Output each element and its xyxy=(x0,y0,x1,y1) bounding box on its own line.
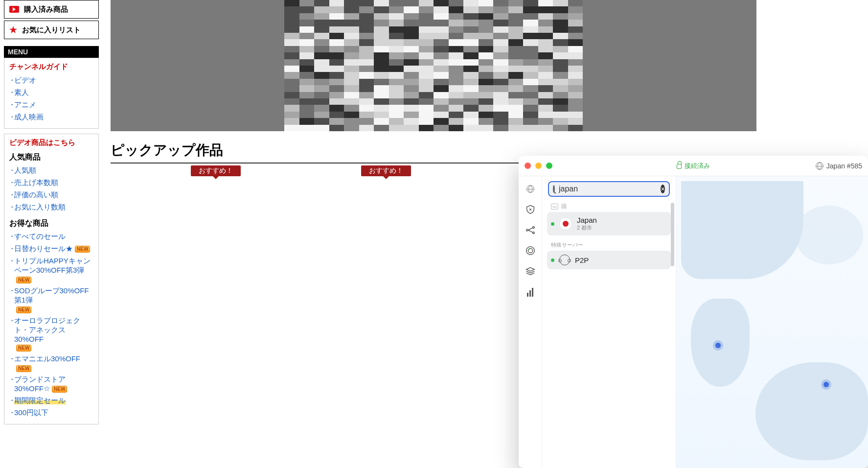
nav-rail xyxy=(519,176,542,468)
server-row-p2p[interactable]: P2P xyxy=(547,251,671,269)
section-country-label: ▭国 xyxy=(542,200,676,212)
svg-point-5 xyxy=(528,249,529,250)
favorites-label: お気に入りリスト xyxy=(22,25,81,35)
deal-link[interactable]: エマニエル30%OFFNEW xyxy=(9,353,93,374)
deals-header: お得な商品 xyxy=(9,218,93,229)
globe-icon xyxy=(526,185,534,193)
star-icon: ★ xyxy=(9,24,17,35)
search-field[interactable]: ✕ xyxy=(548,181,670,197)
channel-guide-header: チャンネルガイド xyxy=(9,62,93,71)
section-special-label: 特殊サーバー xyxy=(542,238,676,251)
svg-point-2 xyxy=(532,232,534,234)
video-products-header: ビデオ商品はこちら xyxy=(9,138,93,147)
video-products-box: ビデオ商品はこちら 人気商品 人気順 売上げ本数順 評価の高い順 お気に入り数順… xyxy=(4,134,99,424)
new-badge: NEW xyxy=(16,345,31,351)
hero-banner[interactable] xyxy=(111,0,756,131)
channel-link[interactable]: 成人映画 xyxy=(9,111,93,123)
new-badge: NEW xyxy=(75,246,90,253)
titlebar: 接続済み Japan #585 xyxy=(519,156,868,176)
svg-point-3 xyxy=(526,247,534,255)
popular-link[interactable]: 評価の高い順 xyxy=(9,189,93,201)
new-badge: NEW xyxy=(16,365,31,372)
deal-link[interactable]: すべてのセール xyxy=(9,231,93,243)
vpn-app-window: 接続済み Japan #585 ✕ ▭国 xyxy=(519,156,868,468)
status-dot-icon xyxy=(551,258,554,262)
p2p-icon xyxy=(559,255,570,265)
main-content: ピックアップ作品 おすすめ！ おすすめ！ xyxy=(111,0,868,175)
channel-link[interactable]: アニメ xyxy=(9,99,93,111)
minimize-icon[interactable] xyxy=(535,163,542,169)
server-list-panel: ✕ ▭国 Japan 2 都市 特殊サーバー P2P xyxy=(542,176,676,468)
map-landmass xyxy=(755,362,868,460)
purchased-label: 購入済み商品 xyxy=(24,5,68,14)
maximize-icon[interactable] xyxy=(546,163,552,169)
window-controls xyxy=(525,163,552,169)
video-icon xyxy=(9,6,19,13)
scrollbar[interactable] xyxy=(671,203,674,266)
recommend-badge: おすすめ！ xyxy=(191,165,241,176)
clear-icon[interactable]: ✕ xyxy=(661,185,665,193)
deal-link[interactable]: 日替わりセール★NEW xyxy=(9,243,93,255)
server-indicator[interactable]: Japan #585 xyxy=(816,162,862,170)
status-dot-icon xyxy=(551,222,554,226)
channel-link[interactable]: ビデオ xyxy=(9,74,93,87)
svg-point-1 xyxy=(532,227,534,229)
popular-header: 人気商品 xyxy=(9,152,93,163)
search-icon xyxy=(553,185,555,193)
lock-icon xyxy=(677,164,682,169)
map-landmass xyxy=(691,299,750,387)
tab-layers[interactable] xyxy=(525,265,536,277)
deal-link[interactable]: ブランドストア30%OFF☆NEW xyxy=(9,374,93,395)
connection-status: 接続済み xyxy=(677,162,710,170)
server-label: Japan #585 xyxy=(826,162,862,170)
bars-icon xyxy=(527,287,533,297)
deal-link[interactable]: オーロラプロジェクト・アネックス30%OFFNEW xyxy=(9,315,93,353)
tab-stats[interactable] xyxy=(525,286,536,298)
globe-icon xyxy=(816,162,823,170)
deal-link[interactable]: SODグループ30%OFF第1弾NEW xyxy=(9,285,93,315)
mesh-icon xyxy=(525,225,536,235)
map-pane[interactable] xyxy=(676,176,868,468)
menu-header: MENU xyxy=(4,46,99,58)
tab-security[interactable] xyxy=(525,204,536,215)
new-badge: NEW xyxy=(16,306,31,313)
flag-icon: ▭ xyxy=(551,204,558,210)
popular-link[interactable]: お気に入り数順 xyxy=(9,201,93,213)
map-marker[interactable] xyxy=(823,382,829,387)
deal-link[interactable]: トリプルHAPPYキャンペーン30%OFF第3弾NEW xyxy=(9,255,93,285)
tab-radar[interactable] xyxy=(525,245,536,257)
channel-guide-box: チャンネルガイド ビデオ 素人 アニメ 成人映画 xyxy=(4,58,99,129)
left-sidebar: 購入済み商品 ★ お気に入りリスト MENU チャンネルガイド ビデオ 素人 ア… xyxy=(4,0,99,424)
server-row-japan[interactable]: Japan 2 都市 xyxy=(547,212,671,235)
recommend-badge: おすすめ！ xyxy=(361,165,411,176)
new-badge: NEW xyxy=(16,277,31,283)
new-badge: NEW xyxy=(52,386,67,393)
deal-link[interactable]: 期間限定セール xyxy=(9,395,93,407)
radar-icon xyxy=(525,245,536,256)
status-text: 接続済み xyxy=(685,162,710,170)
close-icon[interactable] xyxy=(525,163,531,169)
tab-mesh[interactable] xyxy=(525,224,536,236)
map-landmass xyxy=(795,206,863,264)
server-name: Japan xyxy=(577,216,597,224)
deal-link[interactable]: 300円以下 xyxy=(9,407,93,419)
censored-image xyxy=(284,0,583,131)
popular-link[interactable]: 売上げ本数順 xyxy=(9,177,93,189)
shield-icon xyxy=(525,204,536,215)
flag-jp-icon xyxy=(559,217,572,230)
tab-countries[interactable] xyxy=(525,183,536,195)
search-input[interactable] xyxy=(559,185,657,193)
svg-point-0 xyxy=(526,229,528,231)
server-sub: 2 都市 xyxy=(577,224,597,232)
map-marker[interactable] xyxy=(715,343,721,348)
map-landmass xyxy=(681,181,803,279)
channel-link[interactable]: 素人 xyxy=(9,87,93,99)
layers-icon xyxy=(525,266,536,277)
popular-link[interactable]: 人気順 xyxy=(9,164,93,177)
purchased-button[interactable]: 購入済み商品 xyxy=(4,0,99,19)
server-name: P2P xyxy=(575,256,589,264)
favorites-button[interactable]: ★ お気に入りリスト xyxy=(4,21,99,39)
